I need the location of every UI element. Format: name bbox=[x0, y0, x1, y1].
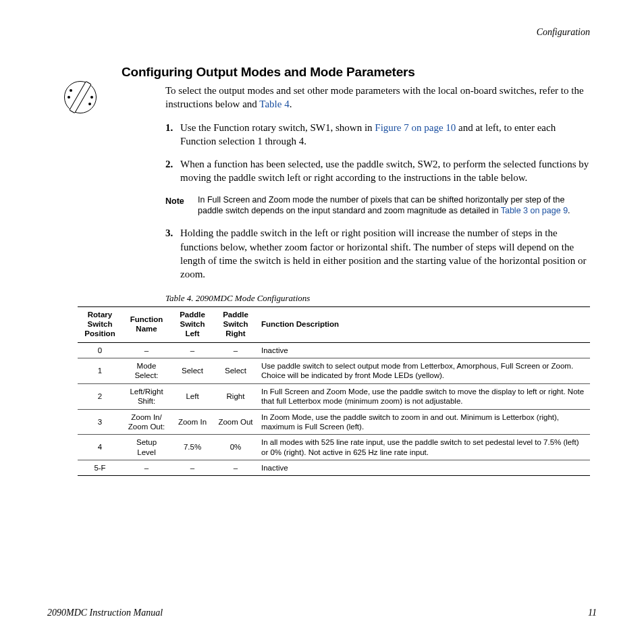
cell-desc: Use paddle switch to select output mode … bbox=[257, 358, 590, 384]
step-number: 2. bbox=[165, 157, 180, 185]
cell-pl: 7.5% bbox=[171, 435, 214, 460]
table-caption: Table 4. 2090MDC Mode Configurations bbox=[47, 293, 597, 304]
table3-xref[interactable]: Table 3 on page 9 bbox=[501, 206, 568, 215]
cell-pr: Zoom Out bbox=[214, 409, 257, 435]
footer-page-number: 11 bbox=[588, 608, 597, 618]
step-2: 2. When a function has been selected, us… bbox=[165, 157, 590, 185]
cell-fn: Left/Right Shift: bbox=[122, 383, 171, 409]
cell-pr: – bbox=[214, 460, 257, 476]
cell-pl: Zoom In bbox=[171, 409, 214, 435]
step-3-text: Holding the paddle switch in the left or… bbox=[180, 226, 590, 281]
cell-desc: In Full Screen and Zoom Mode, use the pa… bbox=[257, 383, 590, 409]
note-block: Note In Full Screen and Zoom mode the nu… bbox=[165, 194, 590, 217]
cell-pos: 5-F bbox=[78, 460, 122, 476]
cell-desc: Inactive bbox=[257, 460, 590, 476]
th-paddle-right: Paddle Switch Right bbox=[214, 307, 257, 342]
cell-desc: Inactive bbox=[257, 342, 590, 358]
table-row: 2 Left/Right Shift: Left Right In Full S… bbox=[78, 383, 590, 409]
table4-xref[interactable]: Table 4 bbox=[259, 99, 289, 109]
th-function-name: Function Name bbox=[122, 307, 171, 342]
cell-pos: 3 bbox=[78, 409, 122, 435]
cell-fn: Setup Level bbox=[122, 435, 171, 460]
cell-pr: – bbox=[214, 342, 257, 358]
th-rotary-position: Rotary Switch Position bbox=[78, 307, 122, 342]
cell-pos: 1 bbox=[78, 358, 122, 384]
figure7-xref[interactable]: Figure 7 on page 10 bbox=[375, 122, 456, 133]
rotary-switch-icon bbox=[64, 81, 97, 113]
cell-pl: – bbox=[171, 460, 214, 476]
step-1: 1. Use the Function rotary switch, SW1, … bbox=[165, 121, 590, 149]
cell-fn: – bbox=[122, 460, 171, 476]
intro-post: . bbox=[290, 99, 292, 109]
section-heading: Configuring Output Modes and Mode Parame… bbox=[47, 65, 597, 80]
cell-pl: Left bbox=[171, 383, 214, 409]
cell-desc: In all modes with 525 line rate input, u… bbox=[257, 435, 590, 460]
cell-pl: – bbox=[171, 342, 214, 358]
cell-fn: – bbox=[122, 342, 171, 358]
cell-pos: 0 bbox=[78, 342, 122, 358]
table-row: 1 Mode Select: Select Select Use paddle … bbox=[78, 358, 590, 384]
step-number: 3. bbox=[165, 226, 180, 281]
th-description: Function Description bbox=[257, 307, 590, 342]
cell-pr: Right bbox=[214, 383, 257, 409]
cell-pos: 2 bbox=[78, 383, 122, 409]
cell-pl: Select bbox=[171, 358, 214, 384]
cell-pos: 4 bbox=[78, 435, 122, 460]
footer-manual-title: 2090MDC Instruction Manual bbox=[47, 608, 163, 618]
step-1-pre: Use the Function rotary switch, SW1, sho… bbox=[180, 122, 375, 133]
cell-fn: Zoom In/ Zoom Out: bbox=[122, 409, 171, 435]
step-3: 3. Holding the paddle switch in the left… bbox=[165, 226, 590, 281]
th-paddle-left: Paddle Switch Left bbox=[171, 307, 214, 342]
cell-fn: Mode Select: bbox=[122, 358, 171, 384]
mode-config-table: Rotary Switch Position Function Name Pad… bbox=[78, 306, 590, 476]
table-row: 4 Setup Level 7.5% 0% In all modes with … bbox=[78, 435, 590, 460]
table-row: 0 – – – Inactive bbox=[78, 342, 590, 358]
cell-pr: 0% bbox=[214, 435, 257, 460]
table-row: 3 Zoom In/ Zoom Out: Zoom In Zoom Out In… bbox=[78, 409, 590, 435]
intro-pre: To select the output modes and set other… bbox=[165, 85, 584, 109]
step-2-text: When a function has been selected, use t… bbox=[180, 157, 590, 185]
cell-desc: In Zoom Mode, use the paddle switch to z… bbox=[257, 409, 590, 435]
header-category: Configuration bbox=[47, 27, 597, 38]
note-label: Note bbox=[165, 194, 198, 217]
intro-paragraph: To select the output modes and set other… bbox=[165, 84, 590, 111]
step-number: 1. bbox=[165, 121, 180, 149]
note-post: . bbox=[568, 206, 570, 215]
cell-pr: Select bbox=[214, 358, 257, 384]
table-row: 5-F – – – Inactive bbox=[78, 460, 590, 476]
